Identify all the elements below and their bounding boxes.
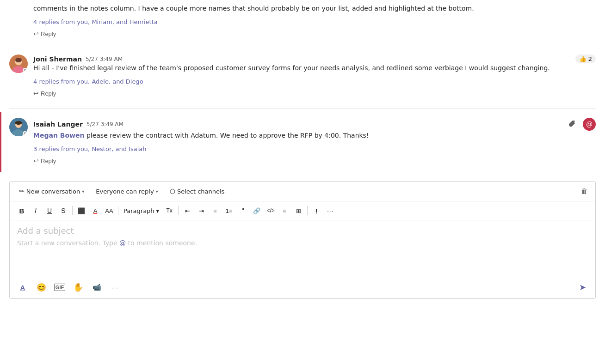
body-placeholder-text2: to mention someone. <box>126 239 197 247</box>
font-color-button[interactable]: A <box>89 204 102 217</box>
link-button[interactable]: 🔗 <box>250 204 263 217</box>
paragraph-label: Paragraph <box>123 207 154 214</box>
author-isaiah: Isaiah Langer <box>33 121 83 128</box>
select-channels-icon: ⬡ <box>170 188 175 195</box>
select-channels-tab[interactable]: ⬡ Select channels <box>166 186 228 197</box>
divider-1 <box>9 45 596 45</box>
reply-icon-isaiah: ↩ <box>33 157 39 164</box>
reply-label-isaiah: Reply <box>41 158 56 164</box>
compose-body[interactable]: Add a subject Start a new conversation. … <box>10 220 595 276</box>
subject-placeholder[interactable]: Add a subject <box>17 226 588 236</box>
emoji-button[interactable]: 😊 <box>34 280 49 295</box>
divider-2 <box>9 108 596 109</box>
message-block-joni: Joni Sherman 5/27 3:49 AM 👍 2 Hi all - I… <box>0 49 605 104</box>
format-text-button[interactable]: A <box>15 280 30 295</box>
reply-button-1[interactable]: ↩ Reply <box>33 28 56 39</box>
compose-area: ✏️ New conversation ▾ Everyone can reply… <box>9 181 596 299</box>
tab-divider-1 <box>90 187 90 196</box>
send-icon: ➤ <box>579 282 586 292</box>
font-size-button[interactable]: AA <box>103 204 116 217</box>
svg-point-8 <box>15 121 22 125</box>
replies-link-1[interactable]: 4 replies from you, Miriam, and Henriett… <box>33 18 158 25</box>
avatar-isaiah <box>9 118 28 136</box>
new-conversation-label: New conversation <box>26 188 80 195</box>
svg-point-4 <box>15 58 22 62</box>
italic-button[interactable]: I <box>29 204 42 217</box>
replies-link-isaiah[interactable]: 3 replies from you, Nestor, and Isaiah <box>33 146 147 152</box>
reply-button-isaiah[interactable]: ↩ Reply <box>33 155 56 166</box>
table-button[interactable]: ⊞ <box>292 204 305 217</box>
more-options-button[interactable]: ··· <box>108 280 123 295</box>
paragraph-chevron: ▾ <box>156 207 160 214</box>
format-text-icon: A <box>20 284 25 291</box>
author-joni: Joni Sherman <box>33 55 82 63</box>
new-conversation-tab[interactable]: ✏️ New conversation ▾ <box>15 186 88 197</box>
sticker-button[interactable]: ✋ <box>71 280 86 295</box>
quote-button[interactable]: " <box>236 204 249 217</box>
paragraph-dropdown[interactable]: Paragraph ▾ <box>121 206 162 216</box>
actions-isaiah: @ <box>566 118 596 131</box>
reply-icon-joni: ↩ <box>33 90 39 97</box>
actions-joni: 👍 2 <box>575 55 596 63</box>
message-header-joni: Joni Sherman 5/27 3:49 AM 👍 2 <box>33 55 596 63</box>
reply-label-joni: Reply <box>41 90 56 97</box>
bullet-list-button[interactable]: ≡ <box>209 204 222 217</box>
alert-button[interactable]: ! <box>310 204 323 217</box>
select-channels-label: Select channels <box>177 188 224 195</box>
message-text-isaiah: Megan Bowen please review the contract w… <box>33 131 596 140</box>
mention-icon: @ <box>586 121 593 128</box>
mention-hint: @ <box>119 239 126 247</box>
tab-divider-2 <box>164 187 164 196</box>
message-content-isaiah: Isaiah Langer 5/27 3:49 AM @ Megan Bowen… <box>33 118 596 172</box>
fmt-divider-1 <box>72 206 73 215</box>
fmt-divider-2 <box>118 206 118 215</box>
fmt-divider-4 <box>307 206 308 215</box>
format-toolbar: B I U S ⬛ A AA Paragraph ▾ Tx ⇤ ⇥ ≡ 1≡ "… <box>10 201 595 220</box>
reply-label-1: Reply <box>41 30 56 37</box>
hand-icon: ✋ <box>73 282 83 292</box>
message-text-after-mention: please review the contract with Adatum. … <box>86 132 369 139</box>
fmt-divider-3 <box>178 206 179 215</box>
reaction-joni[interactable]: 👍 2 <box>575 55 596 63</box>
avatar-joni <box>9 55 28 73</box>
replies-link-joni[interactable]: 4 replies from you, Adele, and Diego <box>33 78 143 85</box>
more-format-button[interactable]: ··· <box>324 204 337 217</box>
decrease-indent-button[interactable]: ⇤ <box>181 204 194 217</box>
trash-button[interactable]: 🗑 <box>579 185 590 197</box>
attachment-button-isaiah[interactable] <box>566 118 579 131</box>
message-content-joni: Joni Sherman 5/27 3:49 AM 👍 2 Hi all - I… <box>33 55 596 104</box>
message-header-isaiah: Isaiah Langer 5/27 3:49 AM @ <box>33 118 596 131</box>
mention-name-isaiah: Megan Bowen <box>33 132 84 139</box>
reaction-count-joni: 2 <box>588 55 592 62</box>
video-button[interactable]: 📹 <box>89 280 104 295</box>
video-icon: 📹 <box>93 283 101 291</box>
numbered-list-button[interactable]: 1≡ <box>222 204 235 217</box>
reaction-emoji-joni: 👍 <box>579 55 586 62</box>
underline-button[interactable]: U <box>43 204 56 217</box>
clear-format-button[interactable]: Tx <box>163 204 176 217</box>
body-placeholder-text: Start a new conversation. Type <box>17 239 119 247</box>
avatar-status-isaiah <box>23 131 27 136</box>
time-isaiah: 5/27 3:49 AM <box>86 121 123 127</box>
code-button[interactable]: </> <box>264 204 277 217</box>
avatar-status-joni <box>23 68 27 73</box>
reply-button-joni[interactable]: ↩ Reply <box>33 88 56 99</box>
everyone-can-reply-tab[interactable]: Everyone can reply ▾ <box>92 186 161 197</box>
message-text-joni: Hi all - I've finished legal review of t… <box>33 63 596 73</box>
gif-button[interactable]: GIF <box>52 280 67 295</box>
emoji-icon: 😊 <box>37 283 46 292</box>
body-placeholder[interactable]: Start a new conversation. Type @ to ment… <box>17 239 588 247</box>
align-button[interactable]: ≡ <box>278 204 291 217</box>
increase-indent-button[interactable]: ⇥ <box>195 204 208 217</box>
highlight-button[interactable]: ⬛ <box>75 204 88 217</box>
new-conversation-icon: ✏️ <box>19 188 25 195</box>
spacer <box>0 172 605 177</box>
mention-button-isaiah[interactable]: @ <box>583 118 596 131</box>
more-options-icon: ··· <box>112 284 118 291</box>
message-block-1: comments in the notes column. I have a c… <box>0 0 605 39</box>
strikethrough-button[interactable]: S <box>57 204 70 217</box>
bold-button[interactable]: B <box>15 204 28 217</box>
everyone-can-reply-chevron: ▾ <box>156 189 158 194</box>
new-conversation-chevron: ▾ <box>82 189 84 194</box>
send-button[interactable]: ➤ <box>575 280 590 295</box>
